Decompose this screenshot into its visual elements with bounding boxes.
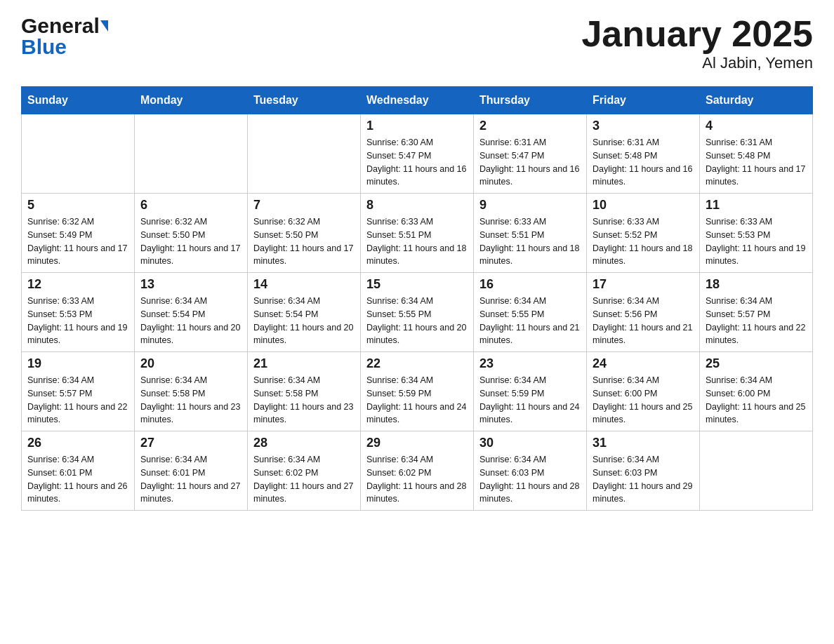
table-row: 23Sunrise: 6:34 AM Sunset: 5:59 PM Dayli…	[474, 352, 587, 431]
day-info: Sunrise: 6:34 AM Sunset: 6:03 PM Dayligh…	[593, 453, 694, 506]
col-tuesday: Tuesday	[248, 87, 361, 114]
logo-general-text: General	[21, 14, 100, 38]
day-info: Sunrise: 6:34 AM Sunset: 5:57 PM Dayligh…	[27, 374, 128, 427]
day-info: Sunrise: 6:32 AM Sunset: 5:50 PM Dayligh…	[253, 215, 355, 268]
title-block: January 2025 Al Jabin, Yemen	[581, 14, 813, 72]
calendar-subtitle: Al Jabin, Yemen	[581, 54, 813, 72]
day-number: 18	[706, 277, 807, 292]
day-info: Sunrise: 6:34 AM Sunset: 6:01 PM Dayligh…	[27, 453, 128, 506]
day-number: 4	[706, 119, 807, 133]
table-row: 31Sunrise: 6:34 AM Sunset: 6:03 PM Dayli…	[587, 431, 700, 511]
calendar-week-row: 26Sunrise: 6:34 AM Sunset: 6:01 PM Dayli…	[22, 431, 813, 511]
day-info: Sunrise: 6:34 AM Sunset: 6:02 PM Dayligh…	[366, 453, 468, 506]
day-info: Sunrise: 6:34 AM Sunset: 5:58 PM Dayligh…	[253, 374, 355, 427]
day-info: Sunrise: 6:34 AM Sunset: 5:59 PM Dayligh…	[479, 374, 581, 427]
table-row: 18Sunrise: 6:34 AM Sunset: 5:57 PM Dayli…	[700, 273, 813, 352]
day-number: 3	[593, 119, 694, 133]
day-number: 28	[253, 436, 355, 450]
day-info: Sunrise: 6:34 AM Sunset: 5:57 PM Dayligh…	[706, 295, 807, 347]
page-header: General Blue January 2025 Al Jabin, Yeme…	[21, 14, 813, 72]
day-number: 26	[27, 436, 128, 450]
calendar-week-row: 5Sunrise: 6:32 AM Sunset: 5:49 PM Daylig…	[22, 194, 813, 273]
day-number: 27	[140, 436, 241, 450]
calendar-title: January 2025	[581, 14, 813, 54]
day-info: Sunrise: 6:34 AM Sunset: 5:54 PM Dayligh…	[140, 295, 241, 347]
day-number: 9	[479, 198, 581, 213]
day-info: Sunrise: 6:31 AM Sunset: 5:48 PM Dayligh…	[706, 136, 807, 189]
calendar-week-row: 1Sunrise: 6:30 AM Sunset: 5:47 PM Daylig…	[22, 114, 813, 194]
table-row: 20Sunrise: 6:34 AM Sunset: 5:58 PM Dayli…	[135, 352, 248, 431]
table-row: 16Sunrise: 6:34 AM Sunset: 5:55 PM Dayli…	[474, 273, 587, 352]
logo-triangle-icon	[100, 20, 108, 32]
day-number: 24	[593, 356, 694, 371]
day-number: 29	[366, 436, 468, 450]
table-row: 7Sunrise: 6:32 AM Sunset: 5:50 PM Daylig…	[248, 194, 361, 273]
calendar-header-row: Sunday Monday Tuesday Wednesday Thursday…	[22, 87, 813, 114]
table-row: 12Sunrise: 6:33 AM Sunset: 5:53 PM Dayli…	[22, 273, 135, 352]
day-number: 23	[479, 356, 581, 371]
table-row: 4Sunrise: 6:31 AM Sunset: 5:48 PM Daylig…	[700, 114, 813, 194]
calendar-week-row: 12Sunrise: 6:33 AM Sunset: 5:53 PM Dayli…	[22, 273, 813, 352]
day-number: 10	[593, 198, 694, 213]
day-info: Sunrise: 6:31 AM Sunset: 5:48 PM Dayligh…	[593, 136, 694, 189]
day-info: Sunrise: 6:34 AM Sunset: 5:56 PM Dayligh…	[593, 295, 694, 347]
day-number: 22	[366, 356, 468, 371]
day-number: 20	[140, 356, 241, 371]
calendar-table: Sunday Monday Tuesday Wednesday Thursday…	[21, 86, 813, 511]
table-row	[22, 114, 135, 194]
col-monday: Monday	[135, 87, 248, 114]
table-row	[700, 431, 813, 511]
table-row: 13Sunrise: 6:34 AM Sunset: 5:54 PM Dayli…	[135, 273, 248, 352]
day-info: Sunrise: 6:34 AM Sunset: 6:00 PM Dayligh…	[593, 374, 694, 427]
table-row: 15Sunrise: 6:34 AM Sunset: 5:55 PM Dayli…	[361, 273, 474, 352]
table-row: 29Sunrise: 6:34 AM Sunset: 6:02 PM Dayli…	[361, 431, 474, 511]
col-thursday: Thursday	[474, 87, 587, 114]
table-row: 5Sunrise: 6:32 AM Sunset: 5:49 PM Daylig…	[22, 194, 135, 273]
day-number: 21	[253, 356, 355, 371]
table-row	[248, 114, 361, 194]
table-row: 11Sunrise: 6:33 AM Sunset: 5:53 PM Dayli…	[700, 194, 813, 273]
table-row: 19Sunrise: 6:34 AM Sunset: 5:57 PM Dayli…	[22, 352, 135, 431]
day-info: Sunrise: 6:34 AM Sunset: 6:03 PM Dayligh…	[479, 453, 581, 506]
day-number: 13	[140, 277, 241, 292]
day-number: 5	[27, 198, 128, 213]
day-number: 6	[140, 198, 241, 213]
day-info: Sunrise: 6:33 AM Sunset: 5:53 PM Dayligh…	[706, 215, 807, 268]
day-number: 31	[593, 436, 694, 450]
table-row: 3Sunrise: 6:31 AM Sunset: 5:48 PM Daylig…	[587, 114, 700, 194]
day-info: Sunrise: 6:34 AM Sunset: 6:01 PM Dayligh…	[140, 453, 241, 506]
day-info: Sunrise: 6:30 AM Sunset: 5:47 PM Dayligh…	[366, 136, 468, 189]
day-number: 15	[366, 277, 468, 292]
col-wednesday: Wednesday	[361, 87, 474, 114]
day-info: Sunrise: 6:34 AM Sunset: 5:55 PM Dayligh…	[366, 295, 468, 347]
table-row: 10Sunrise: 6:33 AM Sunset: 5:52 PM Dayli…	[587, 194, 700, 273]
table-row: 28Sunrise: 6:34 AM Sunset: 6:02 PM Dayli…	[248, 431, 361, 511]
day-number: 8	[366, 198, 468, 213]
table-row: 22Sunrise: 6:34 AM Sunset: 5:59 PM Dayli…	[361, 352, 474, 431]
day-info: Sunrise: 6:34 AM Sunset: 6:02 PM Dayligh…	[253, 453, 355, 506]
table-row: 14Sunrise: 6:34 AM Sunset: 5:54 PM Dayli…	[248, 273, 361, 352]
table-row: 17Sunrise: 6:34 AM Sunset: 5:56 PM Dayli…	[587, 273, 700, 352]
day-number: 17	[593, 277, 694, 292]
col-friday: Friday	[587, 87, 700, 114]
day-number: 14	[253, 277, 355, 292]
day-info: Sunrise: 6:33 AM Sunset: 5:53 PM Dayligh…	[27, 295, 128, 347]
day-info: Sunrise: 6:33 AM Sunset: 5:52 PM Dayligh…	[593, 215, 694, 268]
day-number: 2	[479, 119, 581, 133]
day-info: Sunrise: 6:34 AM Sunset: 6:00 PM Dayligh…	[706, 374, 807, 427]
table-row: 24Sunrise: 6:34 AM Sunset: 6:00 PM Dayli…	[587, 352, 700, 431]
day-info: Sunrise: 6:33 AM Sunset: 5:51 PM Dayligh…	[366, 215, 468, 268]
table-row: 9Sunrise: 6:33 AM Sunset: 5:51 PM Daylig…	[474, 194, 587, 273]
col-saturday: Saturday	[700, 87, 813, 114]
day-number: 19	[27, 356, 128, 371]
day-number: 7	[253, 198, 355, 213]
day-info: Sunrise: 6:34 AM Sunset: 5:54 PM Dayligh…	[253, 295, 355, 347]
table-row: 2Sunrise: 6:31 AM Sunset: 5:47 PM Daylig…	[474, 114, 587, 194]
table-row: 30Sunrise: 6:34 AM Sunset: 6:03 PM Dayli…	[474, 431, 587, 511]
table-row: 8Sunrise: 6:33 AM Sunset: 5:51 PM Daylig…	[361, 194, 474, 273]
day-info: Sunrise: 6:34 AM Sunset: 5:58 PM Dayligh…	[140, 374, 241, 427]
day-info: Sunrise: 6:33 AM Sunset: 5:51 PM Dayligh…	[479, 215, 581, 268]
logo-blue-text: Blue	[21, 35, 108, 59]
day-number: 16	[479, 277, 581, 292]
table-row: 1Sunrise: 6:30 AM Sunset: 5:47 PM Daylig…	[361, 114, 474, 194]
